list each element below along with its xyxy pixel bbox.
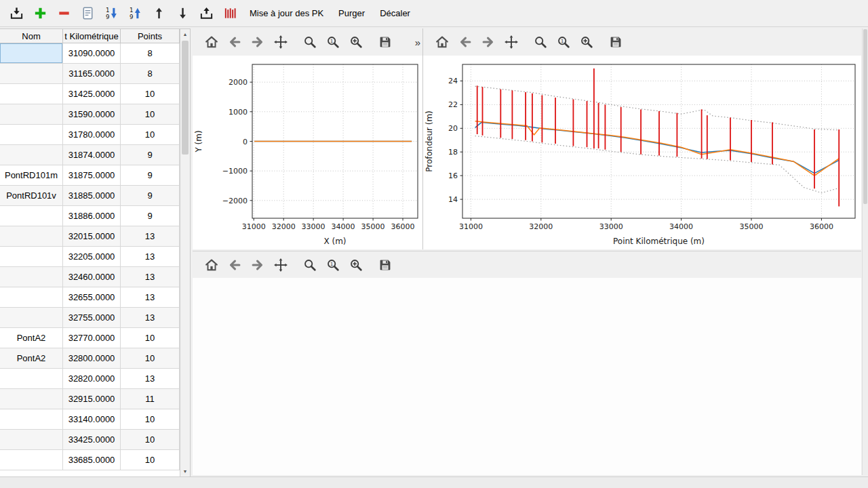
- scroll-down-icon[interactable]: ▼: [180, 466, 190, 476]
- cell-pk[interactable]: 32755.0000: [63, 308, 121, 328]
- cell-pk[interactable]: 33425.0000: [63, 430, 121, 450]
- zoom-button[interactable]: [302, 257, 318, 273]
- cell-nom[interactable]: [0, 145, 63, 165]
- save-figure-button[interactable]: [608, 34, 624, 50]
- cell-nom[interactable]: [0, 64, 63, 84]
- cell-points[interactable]: 8: [121, 64, 180, 84]
- purge-button[interactable]: Purger: [332, 3, 372, 24]
- cell-pk[interactable]: 32655.0000: [63, 287, 121, 308]
- pan-button[interactable]: [273, 34, 289, 50]
- zoom-select-button[interactable]: [578, 34, 595, 50]
- cell-pk[interactable]: 31090.0000: [63, 43, 121, 64]
- cell-points[interactable]: 10: [121, 409, 180, 430]
- table-scrollbar-thumb[interactable]: [182, 41, 189, 155]
- table-row[interactable]: 31886.0000 9: [0, 206, 190, 226]
- cell-pk[interactable]: 32015.0000: [63, 226, 121, 247]
- cell-points[interactable]: 8: [121, 43, 180, 64]
- table-row[interactable]: PontRD101m 31875.0000 9: [0, 165, 190, 186]
- cell-nom[interactable]: [0, 287, 63, 308]
- table-row[interactable]: PontA2 32800.0000 10: [0, 348, 190, 369]
- cell-pk[interactable]: 32770.0000: [63, 328, 121, 348]
- move-down-button[interactable]: [172, 3, 194, 24]
- export-button[interactable]: [195, 3, 218, 24]
- main-scrollbar-thumb[interactable]: [863, 29, 867, 204]
- table-row[interactable]: 31165.0000 8: [0, 64, 190, 84]
- zoom-button[interactable]: [532, 34, 549, 50]
- cell-pk[interactable]: 33685.0000: [63, 450, 121, 470]
- save-figure-button[interactable]: [377, 257, 393, 273]
- cell-points[interactable]: 10: [121, 450, 180, 470]
- zoom-one-button[interactable]: [325, 257, 341, 273]
- cell-points[interactable]: 9: [121, 165, 180, 186]
- soundings-button[interactable]: [219, 3, 241, 24]
- cell-points[interactable]: 9: [121, 186, 180, 206]
- cell-nom[interactable]: PontA2: [0, 328, 63, 348]
- cell-nom[interactable]: [0, 389, 63, 409]
- cell-pk[interactable]: 32800.0000: [63, 348, 121, 369]
- import-button[interactable]: [5, 3, 28, 24]
- table-row[interactable]: 32755.0000 13: [0, 308, 190, 328]
- cell-nom[interactable]: [0, 450, 63, 470]
- main-scrollbar[interactable]: [862, 28, 868, 475]
- sort-descending-button[interactable]: [100, 3, 123, 24]
- cell-nom[interactable]: [0, 308, 63, 328]
- forward-button[interactable]: [250, 34, 266, 50]
- toolbar-overflow-button[interactable]: »: [415, 37, 420, 48]
- cell-points[interactable]: 13: [121, 369, 180, 389]
- zoom-button[interactable]: [302, 34, 318, 50]
- cell-nom[interactable]: PontA2: [0, 348, 63, 369]
- cell-pk[interactable]: 32915.0000: [63, 389, 121, 409]
- cell-points[interactable]: 10: [121, 84, 180, 104]
- cell-nom[interactable]: [0, 43, 63, 64]
- table-scrollbar[interactable]: ▲ ▼: [180, 29, 190, 476]
- table-row[interactable]: 31590.0000 10: [0, 104, 190, 125]
- xy-plot[interactable]: 310003200033000340003500036000−2000−1000…: [193, 56, 422, 249]
- cell-points[interactable]: 13: [121, 287, 180, 308]
- home-button[interactable]: [434, 34, 450, 50]
- cell-pk[interactable]: 31590.0000: [63, 104, 121, 125]
- cell-points[interactable]: 9: [121, 206, 180, 226]
- cell-nom[interactable]: [0, 226, 63, 247]
- table-row[interactable]: 32915.0000 11: [0, 389, 190, 409]
- table-row[interactable]: 31425.0000 10: [0, 84, 190, 104]
- update-pk-button[interactable]: Mise à jour des PK: [243, 3, 330, 24]
- sort-ascending-button[interactable]: [124, 3, 146, 24]
- back-button[interactable]: [457, 34, 473, 50]
- home-button[interactable]: [203, 34, 220, 50]
- shift-button[interactable]: Décaler: [373, 3, 417, 24]
- table-row[interactable]: 33425.0000 10: [0, 430, 190, 450]
- cell-nom[interactable]: [0, 125, 63, 145]
- cell-points[interactable]: 11: [121, 389, 180, 409]
- cell-nom[interactable]: [0, 409, 63, 430]
- table-row[interactable]: 32205.0000 13: [0, 247, 190, 267]
- table-row[interactable]: 31874.0000 9: [0, 145, 190, 165]
- save-figure-button[interactable]: [377, 34, 393, 50]
- zoom-select-button[interactable]: [348, 34, 364, 50]
- remove-row-button[interactable]: [53, 3, 75, 24]
- zoom-select-button[interactable]: [348, 257, 364, 273]
- forward-button[interactable]: [480, 34, 496, 50]
- cell-pk[interactable]: 31875.0000: [63, 165, 121, 186]
- cell-nom[interactable]: [0, 430, 63, 450]
- home-button[interactable]: [203, 257, 220, 273]
- cell-points[interactable]: 10: [121, 104, 180, 125]
- column-header-nom[interactable]: Nom: [0, 29, 63, 43]
- bottom-plot-empty[interactable]: [193, 278, 861, 475]
- cell-nom[interactable]: PontRD101v: [0, 186, 63, 206]
- cell-points[interactable]: 13: [121, 226, 180, 247]
- cell-points[interactable]: 10: [121, 430, 180, 450]
- cell-pk[interactable]: 33140.0000: [63, 409, 121, 430]
- table-row[interactable]: 32460.0000 13: [0, 267, 190, 287]
- cell-nom[interactable]: [0, 206, 63, 226]
- cell-pk[interactable]: 31425.0000: [63, 84, 121, 104]
- table-row[interactable]: 31090.0000 8: [0, 43, 190, 64]
- cell-points[interactable]: 9: [121, 145, 180, 165]
- scroll-up-icon[interactable]: ▲: [180, 29, 190, 39]
- table-row[interactable]: 32655.0000 13: [0, 287, 190, 308]
- table-row[interactable]: 33685.0000 10: [0, 450, 190, 470]
- notes-button[interactable]: [77, 3, 99, 24]
- table-row[interactable]: 31780.0000 10: [0, 125, 190, 145]
- table-row[interactable]: 33140.0000 10: [0, 409, 190, 430]
- zoom-one-button[interactable]: [555, 34, 572, 50]
- move-up-button[interactable]: [148, 3, 170, 24]
